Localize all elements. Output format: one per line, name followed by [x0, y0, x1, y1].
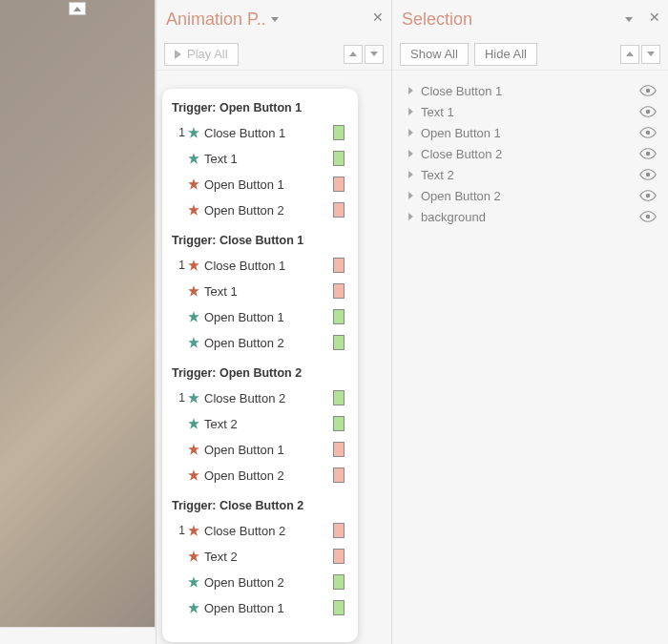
timeline-swatch: [333, 125, 344, 140]
animation-item[interactable]: Open Button 1: [170, 305, 350, 328]
selection-pane-close[interactable]: ✕: [649, 10, 660, 25]
play-icon: [175, 50, 181, 59]
visibility-toggle[interactable]: [637, 106, 658, 117]
visibility-toggle[interactable]: [637, 127, 658, 138]
svg-point-0: [646, 89, 651, 93]
star-icon: [187, 524, 200, 537]
visibility-toggle[interactable]: [637, 85, 658, 96]
show-all-button[interactable]: Show All: [400, 43, 469, 66]
timeline-swatch: [333, 600, 344, 615]
slide-scroll-up-button[interactable]: [69, 2, 86, 15]
timeline-swatch: [333, 309, 344, 324]
effect-icon: [185, 336, 202, 349]
selection-item[interactable]: background: [402, 206, 660, 227]
move-down-button[interactable]: [641, 45, 660, 64]
chevron-down-icon: [370, 52, 378, 56]
effect-icon: [185, 284, 202, 298]
expand-toggle[interactable]: [404, 192, 417, 199]
trigger-group: Trigger: Open Button 21Close Button 2Tex…: [170, 364, 350, 487]
animation-item[interactable]: Open Button 1: [170, 173, 350, 196]
selection-item[interactable]: Text 2: [402, 164, 660, 185]
selection-label: Text 2: [417, 168, 637, 182]
selection-pane-toolbar: Show All Hide All: [392, 38, 668, 71]
chevron-right-icon: [408, 213, 413, 220]
move-down-button[interactable]: [365, 45, 384, 64]
animation-label: Open Button 2: [202, 468, 333, 483]
hide-all-label: Hide All: [485, 47, 527, 61]
eye-icon: [639, 211, 657, 222]
star-icon: [187, 203, 200, 217]
visibility-toggle[interactable]: [637, 211, 658, 222]
star-icon: [187, 310, 200, 323]
animation-label: Open Button 1: [202, 443, 333, 457]
effect-icon: [185, 601, 202, 614]
selection-pane-body: Close Button 1Text 1Open Button 1Close B…: [392, 71, 668, 644]
effect-icon: [185, 524, 202, 537]
expand-toggle[interactable]: [404, 150, 417, 157]
animation-item[interactable]: Text 1: [170, 280, 350, 302]
selection-item[interactable]: Close Button 2: [402, 143, 660, 164]
animation-item[interactable]: 1Close Button 1: [170, 254, 350, 277]
selection-item[interactable]: Open Button 1: [402, 122, 660, 143]
animation-label: Close Button 2: [202, 391, 333, 405]
selection-pane-title: Selection: [402, 10, 472, 30]
effect-icon: [185, 443, 202, 456]
chevron-up-icon: [73, 7, 81, 11]
selection-label: background: [417, 210, 637, 224]
animation-pane-header: Animation P.. ✕: [157, 0, 391, 38]
animation-item[interactable]: Text 2: [170, 412, 350, 435]
hide-all-button[interactable]: Hide All: [474, 43, 537, 66]
timeline-swatch: [333, 416, 344, 431]
animation-item[interactable]: Open Button 2: [170, 198, 350, 221]
expand-toggle[interactable]: [404, 108, 417, 115]
animation-item[interactable]: 1Close Button 2: [170, 386, 350, 409]
animation-pane-close[interactable]: ✕: [372, 10, 384, 25]
eye-icon: [639, 127, 657, 138]
expand-toggle[interactable]: [404, 213, 417, 220]
animation-item[interactable]: Text 1: [170, 147, 350, 170]
expand-toggle[interactable]: [404, 87, 417, 94]
selection-pane-menu[interactable]: [624, 14, 634, 24]
trigger-title: Trigger: Open Button 2: [170, 364, 350, 384]
selection-item[interactable]: Close Button 1: [402, 80, 660, 101]
play-all-label: Play All: [187, 47, 228, 61]
expand-toggle[interactable]: [404, 171, 417, 178]
chevron-right-icon: [408, 108, 413, 115]
animation-item[interactable]: Open Button 1: [170, 596, 350, 619]
animation-item[interactable]: Open Button 2: [170, 571, 350, 593]
eye-icon: [639, 85, 657, 96]
animation-order: 1: [174, 391, 185, 405]
chevron-down-icon: [647, 52, 655, 56]
selection-label: Open Button 1: [417, 126, 637, 140]
visibility-toggle[interactable]: [637, 148, 658, 159]
trigger-group: Trigger: Close Button 21Close Button 2Te…: [170, 496, 350, 619]
expand-toggle[interactable]: [404, 129, 417, 136]
animation-item[interactable]: 1Close Button 2: [170, 519, 350, 542]
chevron-up-icon: [626, 52, 634, 56]
move-up-button[interactable]: [344, 45, 363, 64]
animation-content-card: Trigger: Open Button 11Close Button 1Tex…: [162, 89, 358, 642]
selection-item[interactable]: Text 1: [402, 101, 660, 122]
slide-horizontal-scrollbar[interactable]: [0, 627, 156, 644]
visibility-toggle[interactable]: [637, 169, 658, 180]
slide-canvas: [0, 0, 156, 644]
animation-item[interactable]: Open Button 2: [170, 331, 350, 354]
selection-item[interactable]: Open Button 2: [402, 185, 660, 206]
effect-icon: [185, 152, 202, 165]
svg-point-5: [646, 194, 651, 198]
eye-icon: [639, 106, 657, 117]
animation-item[interactable]: Open Button 2: [170, 464, 350, 487]
animation-item[interactable]: Text 2: [170, 545, 350, 568]
visibility-toggle[interactable]: [637, 190, 658, 201]
animation-item[interactable]: Open Button 1: [170, 438, 350, 461]
play-all-button[interactable]: Play All: [164, 43, 239, 66]
animation-label: Open Button 2: [202, 336, 333, 350]
svg-point-1: [646, 110, 651, 114]
animation-pane-menu[interactable]: [270, 14, 280, 24]
selection-label: Open Button 2: [417, 189, 637, 203]
move-up-button[interactable]: [620, 45, 639, 64]
animation-item[interactable]: 1Close Button 1: [170, 121, 350, 144]
effect-icon: [185, 468, 202, 482]
timeline-swatch: [333, 177, 344, 192]
timeline-swatch: [333, 283, 344, 299]
